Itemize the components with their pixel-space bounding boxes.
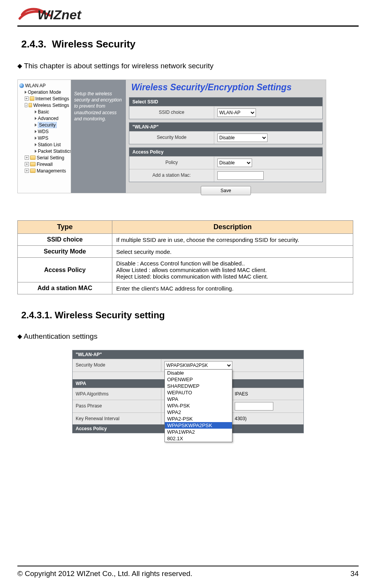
intro-text: This chapter is about settings for wirel… bbox=[24, 62, 213, 70]
nav-tree: WLAN AP Operation Mode + Internet Settin… bbox=[18, 80, 71, 193]
folder-icon bbox=[30, 155, 36, 160]
add-mac-label: Add a station Mac: bbox=[129, 169, 214, 182]
tree-item-internet-settings[interactable]: + Internet Settings bbox=[25, 95, 69, 102]
collapse-icon[interactable]: - bbox=[25, 103, 27, 107]
arrow-icon bbox=[35, 137, 37, 140]
arrow-icon bbox=[35, 130, 37, 133]
th-description: Description bbox=[112, 221, 353, 234]
expand-icon[interactable]: + bbox=[25, 155, 29, 160]
screenshot-security-mode-dropdown: "WLAN-AP" Security Mode WPAPSKWPA2PSK Di… bbox=[72, 350, 304, 433]
tree-item-wireless-settings[interactable]: - Wireless Settings bbox=[25, 102, 69, 108]
table-row: Add a station MAC Enter the client's MAC… bbox=[18, 282, 353, 294]
group-header: Access Policy bbox=[129, 148, 322, 156]
tree-item-station-list[interactable]: Station List bbox=[35, 141, 69, 148]
tree-item-firewall[interactable]: + Firewall bbox=[25, 161, 69, 167]
row-security-mode: Security Mode WPAPSKWPA2PSK Disable OPEN… bbox=[73, 359, 303, 372]
page-number: 34 bbox=[351, 569, 359, 578]
tree-item-wps[interactable]: WPS bbox=[35, 135, 69, 141]
arrow-icon bbox=[35, 117, 37, 120]
tree-item-advanced[interactable]: Advanced bbox=[35, 115, 69, 122]
tree-item-security[interactable]: Security bbox=[35, 122, 69, 128]
tree-label: Internet Settings bbox=[36, 96, 69, 101]
auth-text: Authentication settings bbox=[24, 332, 97, 340]
intro-line: ◆ This chapter is about settings for wir… bbox=[17, 62, 359, 70]
tree-item-packet-statistics[interactable]: Packet Statistics bbox=[35, 148, 69, 154]
ssid-choice-label: SSID choice bbox=[129, 106, 214, 119]
row-type: Security Mode bbox=[18, 246, 112, 258]
row-desc: Disable : Access Control function will b… bbox=[112, 258, 353, 282]
wpa-alg-trailing: IPAES bbox=[235, 391, 248, 397]
row-security-mode: Security Mode Disable bbox=[129, 131, 322, 144]
dropdown-option[interactable]: WPA1WPA2 bbox=[165, 429, 232, 435]
panel-title: Wireless Security/Encryption Settings bbox=[129, 80, 323, 97]
row-add-mac: Add a station Mac: bbox=[129, 169, 322, 182]
row-ssid-choice: SSID choice WLAN-AP bbox=[129, 106, 322, 119]
arrow-icon bbox=[35, 150, 37, 153]
group-wlan-ap: "WLAN-AP" Security Mode Disable bbox=[129, 122, 323, 144]
dropdown-option[interactable]: OPENWEP bbox=[165, 376, 232, 383]
footer-divider bbox=[17, 566, 359, 566]
folder-icon bbox=[30, 169, 36, 173]
globe-icon bbox=[19, 83, 24, 88]
tree-item-wds[interactable]: WDS bbox=[35, 128, 69, 135]
dropdown-option[interactable]: WPA-PSK bbox=[165, 402, 232, 409]
dropdown-option[interactable]: SHAREDWEP bbox=[165, 383, 232, 389]
expand-icon[interactable]: + bbox=[25, 169, 29, 173]
tree-label: Basic bbox=[38, 109, 49, 115]
row-policy: Policy Disable bbox=[129, 156, 322, 169]
security-mode-label: Security Mode bbox=[129, 132, 214, 144]
folder-icon bbox=[30, 162, 36, 166]
security-mode-select[interactable]: Disable bbox=[217, 133, 268, 142]
row-desc: Select security mode. bbox=[112, 246, 353, 258]
expand-icon[interactable]: + bbox=[25, 162, 29, 166]
tree-label: Station List bbox=[38, 142, 61, 147]
table-row: Access Policy Disable : Access Control f… bbox=[18, 258, 353, 282]
dropdown-option[interactable]: 802.1X bbox=[165, 435, 232, 442]
policy-select[interactable]: Disable bbox=[217, 159, 252, 167]
table-row: SSID choice If multiple SSID are in use,… bbox=[18, 234, 353, 246]
tree-item-managements[interactable]: + Managements bbox=[25, 167, 69, 174]
screenshot-wireless-security: WLAN AP Operation Mode + Internet Settin… bbox=[17, 79, 326, 193]
security-mode-select[interactable]: WPAPSKWPA2PSK bbox=[164, 361, 232, 370]
dropdown-option[interactable]: Disable bbox=[165, 370, 232, 376]
wiznet-logo-icon: WIZnet bbox=[17, 4, 87, 23]
ssid-choice-select[interactable]: WLAN-AP bbox=[217, 108, 256, 117]
expand-icon[interactable]: + bbox=[25, 96, 29, 101]
tree-label: Managements bbox=[37, 168, 66, 174]
subsection-number: 2.4.3.1. bbox=[21, 310, 52, 320]
group-select-ssid: Select SSID SSID choice WLAN-AP bbox=[129, 97, 323, 119]
dropdown-option[interactable]: WPA bbox=[165, 396, 232, 402]
tree-label: Packet Statistics bbox=[38, 149, 71, 154]
group-header: Select SSID bbox=[129, 98, 322, 106]
auth-line: ◆ Authentication settings bbox=[17, 332, 359, 341]
description-table: Type Description SSID choice If multiple… bbox=[17, 220, 353, 294]
dropdown-option-selected[interactable]: WPAPSKWPA2PSK bbox=[165, 422, 232, 429]
tree-label: WDS bbox=[38, 129, 49, 134]
diamond-icon: ◆ bbox=[17, 333, 22, 340]
tree-item-operation-mode[interactable]: Operation Mode bbox=[25, 89, 69, 95]
security-mode-label: Security Mode bbox=[73, 359, 161, 372]
save-button[interactable]: Save bbox=[201, 186, 251, 195]
dropdown-option[interactable]: WPA2 bbox=[165, 409, 232, 416]
tree-label: Wireless Settings bbox=[33, 103, 69, 108]
tree-label: Serial Setting bbox=[37, 155, 64, 161]
tree-root[interactable]: WLAN AP bbox=[19, 82, 69, 89]
tree-label: Operation Mode bbox=[28, 90, 61, 95]
add-mac-input[interactable] bbox=[217, 171, 264, 180]
passphrase-input[interactable] bbox=[235, 402, 273, 411]
row-desc: If multiple SSID are in use, choose the … bbox=[112, 234, 353, 246]
security-mode-dropdown-open[interactable]: Disable OPENWEP SHAREDWEP WEPAUTO WPA WP… bbox=[164, 369, 232, 442]
wpa-alg-label: WPA Algorithms bbox=[73, 388, 161, 400]
logo-text: WIZnet bbox=[37, 7, 82, 22]
subsection-title: Wireless Security setting bbox=[55, 310, 165, 320]
tree-item-basic[interactable]: Basic bbox=[35, 108, 69, 115]
folder-icon bbox=[29, 103, 32, 107]
diamond-icon: ◆ bbox=[17, 63, 22, 69]
section-heading: 2.4.3. Wireless Security bbox=[21, 38, 359, 50]
dropdown-option[interactable]: WPA2-PSK bbox=[165, 416, 232, 422]
subsection-heading: 2.4.3.1. Wireless Security setting bbox=[21, 310, 359, 321]
dropdown-option[interactable]: WEPAUTO bbox=[165, 389, 232, 396]
hint-panel: Setup the wireless security and encrypti… bbox=[71, 80, 126, 193]
table-row: Security Mode Select security mode. bbox=[18, 246, 353, 258]
tree-item-serial-setting[interactable]: + Serial Setting bbox=[25, 154, 69, 161]
